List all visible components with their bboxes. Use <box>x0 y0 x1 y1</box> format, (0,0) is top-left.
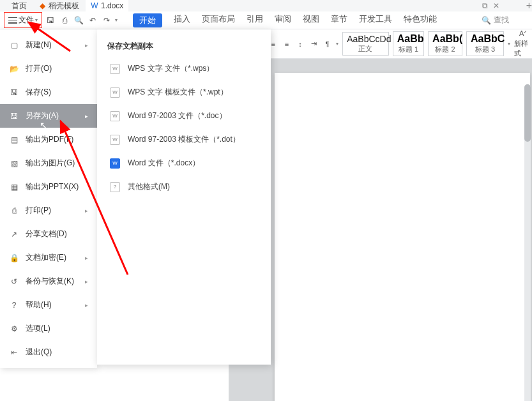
menu-item-export-image[interactable]: ▧ 输出为图片(G) <box>0 151 97 175</box>
submenu-item-wps[interactable]: W WPS 文字 文件（*.wps） <box>97 57 271 80</box>
qat-redo-icon[interactable]: ↷ <box>101 15 112 26</box>
tab-home[interactable]: 首页 <box>6 0 32 13</box>
pptx-icon: ▦ <box>9 182 19 192</box>
menu-item-open[interactable]: 📂 打开(O) <box>0 57 97 80</box>
document-page[interactable] <box>275 73 530 401</box>
file-menu-button[interactable]: 文件 ▾ <box>4 12 42 28</box>
document-tabs-bar: 首页 ◆ 稻壳模板 W 1.docx ⧉ ✕ + <box>0 0 532 11</box>
tab-template[interactable]: ◆ 稻壳模板 <box>33 0 84 13</box>
exit-icon: ⇤ <box>9 347 19 358</box>
submenu-item-doc[interactable]: W Word 97-2003 文件（*.doc） <box>97 104 271 128</box>
menu-item-exit[interactable]: ⇤ 退出(Q) <box>0 340 97 364</box>
ribbon-dropdown-icon[interactable]: ▾ <box>336 41 338 47</box>
menu-item-export-pdf-label: 输出为PDF(F) <box>26 134 73 145</box>
menu-item-print[interactable]: ⎙ 打印(P) ▸ <box>0 199 97 222</box>
search-box[interactable]: 🔍 查找 <box>482 15 528 26</box>
menu-item-new[interactable]: ▢ 新建(N) ▸ <box>0 33 97 57</box>
menu-item-exit-label: 退出(Q) <box>26 347 52 358</box>
submenu-arrow-icon: ▸ <box>85 302 88 308</box>
tab-home-label: 首页 <box>11 1 27 11</box>
menu-item-backup[interactable]: ↺ 备份与恢复(K) ▸ <box>0 269 97 293</box>
image-icon: ▧ <box>9 158 19 169</box>
style-normal-label: 正文 <box>347 44 384 54</box>
chevron-down-icon: ▾ <box>35 17 38 23</box>
menu-item-save-as[interactable]: 🖫 另存为(A) ▸ <box>0 104 97 128</box>
qat-undo-icon[interactable]: ↶ <box>87 15 98 26</box>
share-icon: ↗ <box>9 229 19 239</box>
submenu-title: 保存文档副本 <box>97 36 271 57</box>
submenu-arrow-icon: ▸ <box>85 208 88 214</box>
new-style-button[interactable]: Aᐟ 新样式 <box>514 29 532 58</box>
menu-item-options[interactable]: ⚙ 选项(L) <box>0 317 97 340</box>
style-normal[interactable]: AaBbCcDd 正文 <box>342 32 389 56</box>
submenu-item-wpt[interactable]: W WPS 文字 模板文件（*.wpt） <box>97 80 271 104</box>
submenu-item-dot[interactable]: W Word 97-2003 模板文件（*.dot） <box>97 128 271 151</box>
ribbon-tab-page-layout[interactable]: 页面布局 <box>202 13 235 27</box>
style-heading2-label: 标题 2 <box>432 45 458 54</box>
new-file-icon: ▢ <box>9 40 19 50</box>
search-icon: 🔍 <box>482 16 491 25</box>
line-spacing-icon[interactable]: ↕ <box>295 38 305 50</box>
menu-item-print-label: 打印(P) <box>26 205 51 216</box>
menu-item-help-label: 帮助(H) <box>26 299 52 310</box>
style-heading3-label: 标题 3 <box>471 45 499 54</box>
toolbar: 文件 ▾ 🖫 ⎙ 🔍 ↶ ↷ ▾ 开始 插入 页面布局 引用 审阅 视图 章节 … <box>0 11 532 29</box>
tab-document[interactable]: W 1.docx <box>86 0 128 11</box>
mouse-cursor-icon: ↖ <box>40 120 47 130</box>
align-center-icon[interactable]: ≡ <box>282 38 291 50</box>
styles-dropdown-icon[interactable]: ▾ <box>508 41 510 47</box>
submenu-arrow-icon: ▸ <box>85 113 88 119</box>
menu-item-save[interactable]: 🖫 保存(S) <box>0 80 97 104</box>
menu-item-encrypt[interactable]: 🔒 文档加密(E) ▸ <box>0 246 97 269</box>
file-menu-dropdown: ▢ 新建(N) ▸ 📂 打开(O) 🖫 保存(S) 🖫 另存为(A) ▸ ▤ 输… <box>0 29 97 368</box>
paragraph-icon[interactable]: ¶ <box>323 38 332 50</box>
style-normal-preview: AaBbCcDd <box>347 34 384 44</box>
submenu-arrow-icon: ▸ <box>85 255 88 261</box>
close-tab-icon[interactable]: ✕ <box>493 1 499 10</box>
tab-document-label: 1.docx <box>101 1 123 10</box>
style-heading3[interactable]: AaBbC 标题 3 <box>466 31 504 56</box>
submenu-item-wps-label: WPS 文字 文件（*.wps） <box>128 63 214 74</box>
submenu-item-dot-label: Word 97-2003 模板文件（*.dot） <box>128 134 240 145</box>
ribbon-tab-special[interactable]: 特色功能 <box>404 13 437 27</box>
ribbon-tab-review[interactable]: 审阅 <box>275 13 291 27</box>
file-doc-icon: W <box>110 111 120 121</box>
ribbon-tab-chapter[interactable]: 章节 <box>331 13 347 27</box>
submenu-item-other[interactable]: ? 其他格式(M) <box>97 175 271 199</box>
submenu-item-docx-label: Word 文件（*.docx） <box>128 158 200 169</box>
menu-item-export-pptx[interactable]: ▦ 输出为PPTX(X) <box>0 175 97 199</box>
menu-item-export-pdf[interactable]: ▤ 输出为PDF(F) <box>0 128 97 151</box>
qat-preview-icon[interactable]: 🔍 <box>73 15 84 26</box>
editor-workspace <box>229 59 532 401</box>
new-style-label: 新样式 <box>514 39 532 58</box>
menu-item-share[interactable]: ↗ 分享文档(D) <box>0 222 97 246</box>
ribbon-tab-insert[interactable]: 插入 <box>174 13 190 27</box>
scroll-thumb[interactable] <box>524 84 531 142</box>
save-icon: 🖫 <box>9 87 19 98</box>
vertical-scrollbar[interactable] <box>524 84 531 401</box>
help-icon: ? <box>9 300 19 310</box>
window-mode-icon[interactable]: ⧉ <box>482 1 488 10</box>
submenu-arrow-icon: ▸ <box>85 42 88 49</box>
qat-print-icon[interactable]: ⎙ <box>59 15 70 26</box>
qat-dropdown-icon[interactable]: ▾ <box>115 17 118 23</box>
file-wps-icon: W <box>110 64 120 74</box>
menu-item-save-label: 保存(S) <box>26 87 51 98</box>
new-tab-button[interactable]: + <box>526 0 532 11</box>
pdf-icon: ▤ <box>9 135 19 145</box>
file-wpt-icon: W <box>110 87 120 98</box>
ribbon-tab-start[interactable]: 开始 <box>133 13 162 27</box>
save-as-icon: 🖫 <box>9 111 19 121</box>
ribbon-tab-devtools[interactable]: 开发工具 <box>359 13 392 27</box>
indent-icon[interactable]: ⇥ <box>309 38 319 50</box>
style-heading1[interactable]: AaBb 标题 1 <box>393 31 424 56</box>
ribbon-tab-view[interactable]: 视图 <box>303 13 319 27</box>
submenu-item-other-label: 其他格式(M) <box>128 181 170 192</box>
folder-open-icon: 📂 <box>9 64 19 74</box>
submenu-item-docx[interactable]: W Word 文件（*.docx） <box>97 151 271 175</box>
qat-save-icon[interactable]: 🖫 <box>45 15 56 26</box>
menu-item-help[interactable]: ? 帮助(H) ▸ <box>0 293 97 317</box>
ribbon-tab-reference[interactable]: 引用 <box>247 13 263 27</box>
submenu-item-wpt-label: WPS 文字 模板文件（*.wpt） <box>128 87 228 98</box>
style-heading2[interactable]: AaBb( 标题 2 <box>428 31 462 56</box>
